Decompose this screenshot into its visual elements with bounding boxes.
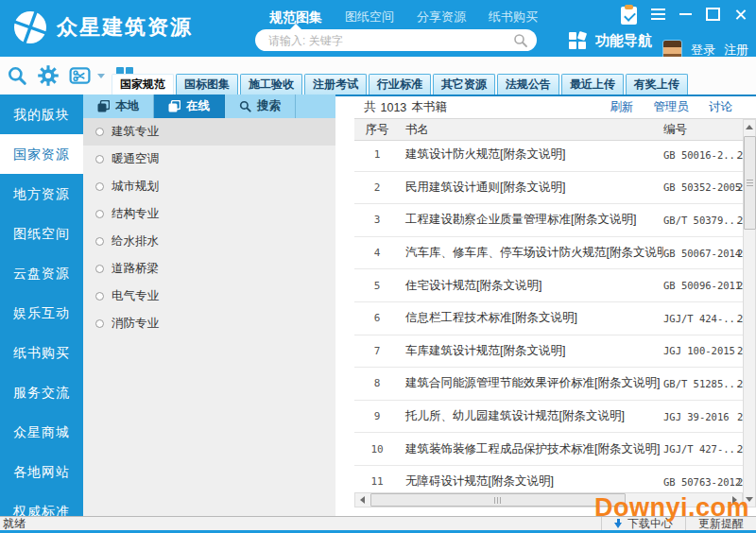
cell-code: GB 50352-2005 bbox=[663, 181, 737, 193]
table-row[interactable]: 10 建筑装饰装修工程成品保护技术标准[附条文说明] JGJ/T 427-...… bbox=[354, 433, 756, 466]
function-nav-button[interactable]: 功能导航 bbox=[568, 31, 652, 50]
clipboard-check-icon[interactable] bbox=[621, 5, 637, 25]
function-nav-label: 功能导航 bbox=[595, 32, 652, 50]
register-link[interactable]: 注册 bbox=[724, 42, 748, 59]
sidebar-item[interactable]: 国家资源 bbox=[0, 134, 83, 174]
category-item[interactable]: 电气专业 bbox=[83, 283, 335, 310]
table-row[interactable]: 2 民用建筑设计通则[附条文说明] GB 50352-2005 2 bbox=[354, 172, 756, 205]
cell-code: GB 50763-2012 bbox=[663, 476, 737, 488]
book-table: 1 建筑设计防火规范[附条文说明] GB 50016-2... 2 2 民用建筑… bbox=[354, 139, 756, 499]
cell-code: GB/T 51285... bbox=[663, 378, 737, 389]
main-tab[interactable]: 法规公告 bbox=[497, 74, 559, 95]
sidebar-item[interactable]: 地方资源 bbox=[0, 174, 83, 214]
main-tab[interactable]: 行业标准 bbox=[369, 74, 431, 95]
main-tab[interactable]: 其它资源 bbox=[433, 74, 495, 95]
top-nav-item[interactable]: 分享资源 bbox=[417, 9, 466, 26]
sidebar-item[interactable]: 纸书购买 bbox=[0, 333, 83, 372]
sidebar-item[interactable]: 我的版块 bbox=[0, 95, 83, 134]
window-icon bbox=[168, 100, 180, 112]
scroll-left-button[interactable] bbox=[355, 493, 369, 507]
app-logo: 众星建筑资源 bbox=[13, 10, 193, 44]
sidebar-item[interactable]: 娱乐互动 bbox=[0, 293, 83, 333]
search-input[interactable] bbox=[255, 34, 513, 47]
table-row[interactable]: 5 住宅设计规范[附条文说明] GB 50096-2011 2 bbox=[354, 269, 756, 302]
category-item[interactable]: 城市规划 bbox=[83, 173, 335, 200]
window-icon bbox=[97, 100, 110, 112]
maximize-icon[interactable] bbox=[699, 2, 727, 26]
cell-serial: 4 bbox=[354, 247, 400, 259]
cell-serial: 5 bbox=[354, 280, 400, 292]
header-link[interactable]: 讨论 bbox=[709, 99, 732, 115]
table-row[interactable]: 9 托儿所、幼儿园建筑设计规范[附条文说明] JGJ 39-2016 2 bbox=[354, 401, 756, 434]
screenshot-icon[interactable] bbox=[69, 65, 105, 86]
sidebar-item[interactable]: 众星商城 bbox=[0, 412, 83, 452]
header-link[interactable]: 管理员 bbox=[654, 99, 690, 115]
cell-serial: 7 bbox=[354, 345, 400, 357]
category-item[interactable]: 暖通空调 bbox=[83, 146, 335, 173]
category-item[interactable]: 建筑专业 bbox=[83, 118, 335, 146]
cell-code: JGJ/T 427-... bbox=[663, 443, 737, 455]
watermark: Downyi.com bbox=[594, 493, 749, 523]
content-header-links: 刷新管理员讨论 bbox=[610, 99, 733, 115]
window-controls bbox=[621, 2, 754, 26]
cell-book-name: 汽车库、修车库、停车场设计防火规范[附条文说明] bbox=[400, 245, 663, 261]
category-item[interactable]: 消防专业 bbox=[83, 310, 335, 337]
top-nav-item[interactable]: 纸书购买 bbox=[489, 9, 538, 26]
table-row[interactable]: 6 信息栏工程技术标准[附条文说明] JGJ/T 424-... 2 bbox=[354, 302, 756, 335]
cell-book-name: 住宅设计规范[附条文说明] bbox=[400, 278, 663, 294]
panel-tab-online[interactable]: 在线 bbox=[154, 95, 225, 118]
table-row[interactable]: 4 汽车库、修车库、停车场设计防火规范[附条文说明] GB 50067-2014… bbox=[354, 237, 756, 270]
table-row[interactable]: 7 车库建筑设计规范[附条文说明] JGJ 100-2015 2 bbox=[354, 335, 756, 369]
vertical-scroll-thumb[interactable] bbox=[744, 136, 756, 230]
app-logo-icon bbox=[13, 10, 47, 44]
sidebar-item[interactable]: 各地网站 bbox=[0, 452, 83, 491]
cell-code: GB 50096-2011 bbox=[663, 280, 737, 291]
menu-icon[interactable] bbox=[644, 2, 672, 26]
gear-icon[interactable] bbox=[38, 65, 59, 86]
column-name: 书名 bbox=[400, 122, 663, 138]
panel-tab-bar: 本地 在线 搜索 bbox=[83, 95, 335, 118]
cell-book-name: 信息栏工程技术标准[附条文说明] bbox=[400, 310, 663, 326]
column-code: 编号 bbox=[663, 122, 737, 138]
horizontal-scroll-thumb[interactable] bbox=[370, 493, 626, 507]
close-icon[interactable] bbox=[727, 2, 754, 26]
sidebar-item[interactable]: 服务交流 bbox=[0, 372, 83, 412]
book-list-panel: 共 1013 本书籍 刷新管理员讨论 序号 书名 编号 1 建筑设计防火规范[附… bbox=[354, 96, 756, 516]
table-header: 序号 书名 编号 bbox=[354, 118, 756, 141]
login-link[interactable]: 登录 bbox=[691, 42, 715, 59]
scroll-up-button[interactable] bbox=[744, 120, 755, 134]
cell-book-name: 建筑合同能源管理节能效果评价标准[附条文说明] bbox=[400, 375, 663, 391]
main-tab[interactable]: 最近上传 bbox=[561, 74, 624, 95]
minimize-icon[interactable] bbox=[672, 2, 699, 26]
main-tab[interactable]: 注册考试 bbox=[304, 74, 367, 95]
header-link[interactable]: 刷新 bbox=[610, 99, 634, 115]
panel-tab-search[interactable]: 搜索 bbox=[225, 95, 296, 118]
main-tab[interactable]: 施工验收 bbox=[240, 74, 302, 95]
app-title: 众星建筑资源 bbox=[57, 13, 193, 42]
cell-book-name: 托儿所、幼儿园建筑设计规范[附条文说明] bbox=[400, 408, 663, 424]
search-tool-icon[interactable] bbox=[7, 65, 27, 86]
panel-tab-local[interactable]: 本地 bbox=[83, 95, 154, 118]
category-item[interactable]: 给水排水 bbox=[83, 228, 335, 255]
main-tab[interactable]: 国家规范 bbox=[112, 74, 174, 95]
cell-book-name: 无障碍设计规范[附条文说明] bbox=[400, 473, 663, 490]
table-row[interactable]: 1 建筑设计防火规范[附条文说明] GB 50016-2... 2 bbox=[354, 139, 756, 172]
cell-serial: 10 bbox=[354, 443, 400, 456]
category-item[interactable]: 道路桥梁 bbox=[83, 255, 335, 283]
cell-serial: 1 bbox=[354, 148, 400, 161]
sidebar-item[interactable]: 云盘资源 bbox=[0, 253, 83, 293]
sidebar-item[interactable]: 图纸空间 bbox=[0, 214, 83, 253]
search-bar bbox=[255, 29, 537, 51]
top-nav-item[interactable]: 图纸空间 bbox=[345, 9, 394, 26]
vertical-scrollbar[interactable] bbox=[743, 119, 756, 507]
table-row[interactable]: 3 工程建设勘察企业质量管理标准[附条文说明] GB/T 50379... 2 bbox=[354, 204, 756, 237]
search-icon[interactable] bbox=[513, 33, 528, 48]
top-nav-item[interactable]: 规范图集 bbox=[269, 9, 322, 26]
main-tab[interactable]: 有奖上传 bbox=[626, 74, 688, 95]
sidebar-item[interactable]: 权威标准 bbox=[0, 491, 83, 516]
table-row[interactable]: 8 建筑合同能源管理节能效果评价标准[附条文说明] GB/T 51285... … bbox=[354, 368, 756, 401]
main-tab[interactable]: 国标图集 bbox=[176, 74, 238, 95]
cell-serial: 8 bbox=[354, 377, 400, 389]
cell-serial: 2 bbox=[354, 181, 400, 194]
category-item[interactable]: 结构专业 bbox=[83, 200, 335, 228]
